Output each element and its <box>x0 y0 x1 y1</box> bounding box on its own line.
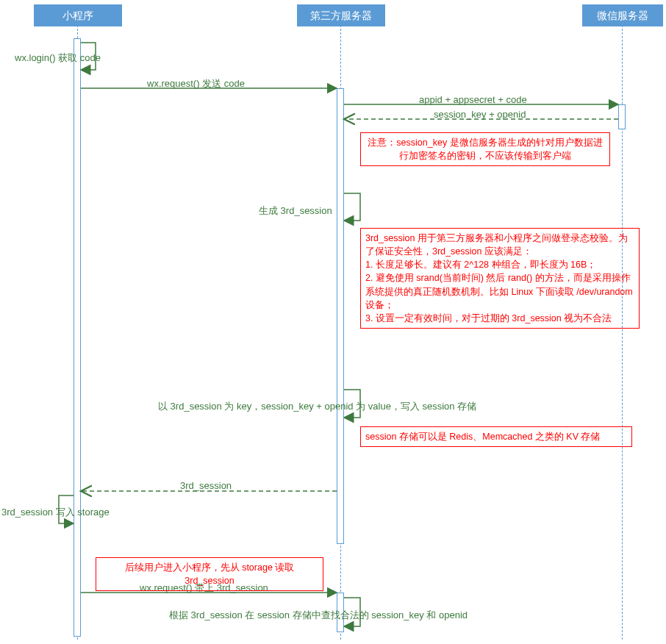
note-later-login: 后续用户进入小程序，先从 storage 读取 3rd_session <box>96 557 323 591</box>
msg-write-session: 以 3rd_session 为 key，session_key + openid… <box>158 400 555 413</box>
msg-session-openid: session_key + openid <box>434 109 526 120</box>
activation-miniprogram <box>74 38 81 637</box>
note-session-storage: session 存储可以是 Redis、Memcached 之类的 KV 存储 <box>360 426 632 447</box>
participant-thirdparty: 第三方服务器 <box>297 4 385 26</box>
sequence-diagram: 小程序 第三方服务器 微信服务器 <box>0 0 666 644</box>
activation-thirdparty-1 <box>337 88 344 544</box>
msg-return-3rd: 3rd_session <box>180 480 232 491</box>
msg-login: wx.login() 获取 code <box>15 51 101 65</box>
note-session-key: 注意：session_key 是微信服务器生成的针对用户数据进行加密签名的密钥，… <box>360 132 610 166</box>
note-3rd-session-rules: 3rd_session 用于第三方服务器和小程序之间做登录态校验。为了保证安全性… <box>360 228 640 329</box>
msg-gen-3rd: 生成 3rd_session <box>259 204 332 218</box>
participant-wechat: 微信服务器 <box>582 4 663 26</box>
msg-write-storage: 3rd_session 写入 storage <box>1 506 110 519</box>
participant-miniprogram: 小程序 <box>34 4 122 26</box>
msg-appid: appid + appsecret + code <box>419 94 527 105</box>
activation-wechat <box>618 104 626 129</box>
msg-send-code: wx.request() 发送 code <box>147 77 245 90</box>
msg-lookup: 根据 3rd_session 在 session 存储中查找合法的 sessio… <box>169 609 507 622</box>
